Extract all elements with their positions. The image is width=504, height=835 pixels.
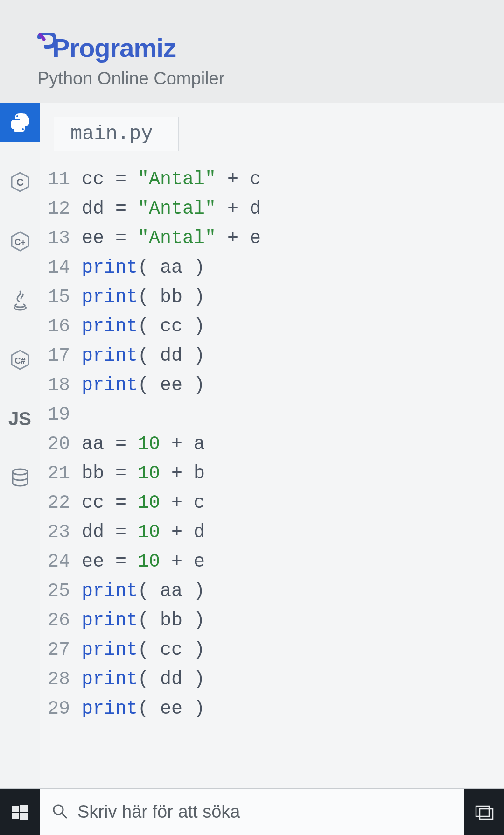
line-number: 19 [40,400,70,429]
line-number: 12 [40,194,70,224]
cpp-lang-icon: C+ [9,230,31,253]
line-number: 25 [40,576,70,606]
svg-text:C#: C# [14,356,25,365]
code-line[interactable]: print( bb ) [82,606,504,635]
sidebar-item-cpp[interactable]: C+ [0,221,40,261]
line-number: 28 [40,665,70,694]
line-number: 26 [40,606,70,635]
svg-rect-7 [20,813,28,820]
windows-icon [12,804,28,820]
windows-taskbar: Skriv här för att söka [0,788,504,835]
svg-line-9 [62,814,66,818]
editor-area: main.py 11121314151617181920212223242526… [40,103,504,816]
svg-rect-6 [12,813,19,819]
line-number: 16 [40,312,70,341]
java-lang-icon [9,289,31,312]
python-icon [9,112,31,134]
code-line[interactable]: aa = 10 + a [82,429,504,459]
svg-text:C: C [16,176,24,188]
svg-text:C+: C+ [14,238,26,247]
svg-rect-11 [480,809,493,819]
code-line[interactable]: print( ee ) [82,371,504,400]
line-number: 20 [40,429,70,459]
line-number: 23 [40,518,70,547]
code-line[interactable]: print( bb ) [82,282,504,312]
line-number: 14 [40,253,70,282]
code-line[interactable]: print( dd ) [82,341,504,371]
line-number: 22 [40,488,70,518]
line-number: 24 [40,547,70,576]
brand-logo[interactable]: Programiz [37,33,504,65]
code-line[interactable]: print( ee ) [82,694,504,723]
svg-point-3 [13,469,28,475]
start-button[interactable] [0,789,40,835]
sidebar-item-python[interactable] [0,103,40,142]
main-area: C C+ C# JS [0,103,504,816]
line-number-gutter: 11121314151617181920212223242526272829 [40,165,82,816]
sidebar-item-sql[interactable] [0,458,40,498]
line-number: 17 [40,341,70,371]
code-line[interactable]: print( aa ) [82,576,504,606]
taskbar-search[interactable]: Skriv här för att söka [40,789,464,835]
sidebar-item-csharp[interactable]: C# [0,340,40,379]
page-subtitle: Python Online Compiler [37,69,504,89]
code-line[interactable]: print( dd ) [82,665,504,694]
line-number: 18 [40,371,70,400]
search-icon [51,803,68,821]
code-line[interactable]: bb = 10 + b [82,459,504,488]
code-line[interactable]: cc = "Antal" + c [82,165,504,194]
line-number: 21 [40,459,70,488]
code-line[interactable]: print( aa ) [82,253,504,282]
tab-main-py[interactable]: main.py [54,117,179,151]
csharp-lang-icon: C# [9,349,31,371]
svg-rect-10 [476,806,489,816]
language-sidebar: C C+ C# JS [0,103,40,816]
svg-rect-5 [20,805,28,812]
code-line[interactable]: dd = 10 + d [82,518,504,547]
header: Programiz Python Online Compiler [0,0,504,103]
code-line[interactable]: ee = 10 + e [82,547,504,576]
code-line[interactable]: print( cc ) [82,635,504,665]
tab-bar: main.py [40,103,504,160]
brand-name: Programiz [52,33,176,63]
line-number: 15 [40,282,70,312]
code-line[interactable]: print( cc ) [82,312,504,341]
svg-rect-4 [12,806,19,812]
sidebar-item-js[interactable]: JS [0,399,40,439]
line-number: 11 [40,165,70,194]
code-line[interactable]: cc = 10 + c [82,488,504,518]
task-view-button[interactable] [464,789,504,835]
code-line[interactable] [82,400,504,429]
database-icon [9,467,31,490]
line-number: 27 [40,635,70,665]
sidebar-item-c[interactable]: C [0,162,40,202]
code-editor[interactable]: 11121314151617181920212223242526272829 c… [40,160,504,816]
code-line[interactable]: dd = "Antal" + d [82,194,504,224]
code-line[interactable]: ee = "Antal" + e [82,224,504,253]
line-number: 13 [40,224,70,253]
code-content[interactable]: cc = "Antal" + cdd = "Antal" + dee = "An… [82,165,504,816]
line-number: 29 [40,694,70,723]
c-lang-icon: C [9,171,31,193]
task-view-icon [475,804,494,820]
search-placeholder: Skriv här för att söka [77,802,240,822]
sidebar-item-java[interactable] [0,281,40,320]
